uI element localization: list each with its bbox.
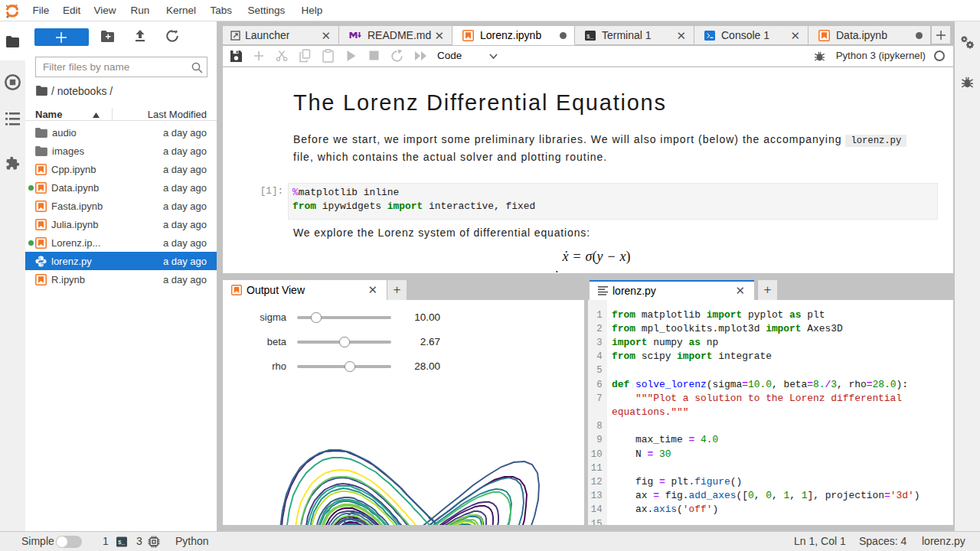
svg-text:$_: $_ [586,33,594,39]
svg-text:$_: $_ [118,540,126,546]
